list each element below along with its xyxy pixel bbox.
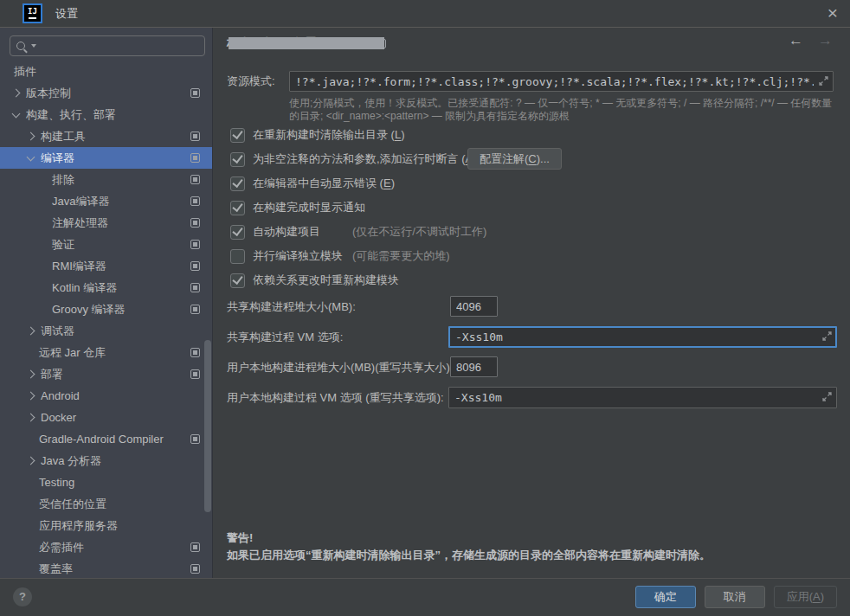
intellij-logo-icon: IJ: [23, 3, 42, 23]
sidebar-item-14[interactable]: 部署: [0, 363, 212, 385]
sidebar-item-9[interactable]: RMI编译器: [0, 255, 212, 277]
sidebar-item-22[interactable]: 必需插件: [0, 536, 212, 558]
search-options-caret-icon[interactable]: [31, 44, 36, 48]
checkbox-label: 为非空注释的方法和参数,添加运行时断言 (A): [253, 151, 477, 167]
chevron-right-icon[interactable]: [27, 457, 35, 465]
configure-annotations-button[interactable]: 配置注解(C)...: [467, 148, 562, 170]
warning-title: 警告!: [227, 529, 711, 547]
compiler-settings-panel: 构建、执行、部署 › 编译器 ← → 资源模式: 使用;分隔模式，使用！求反模式…: [213, 28, 850, 578]
checkbox-label: 在重新构建时清除输出目录 (L): [253, 127, 405, 143]
resource-patterns-input[interactable]: [289, 71, 834, 92]
sidebar-item-4[interactable]: 编译器: [0, 147, 212, 169]
close-icon[interactable]: ×: [827, 0, 838, 25]
sidebar-item-23[interactable]: 覆盖率: [0, 558, 212, 578]
sidebar-item-label: 构建工具: [41, 129, 86, 144]
sidebar-item-label: 验证: [52, 237, 74, 253]
sidebar-item-0[interactable]: 插件: [0, 61, 212, 82]
sidebar-item-12[interactable]: 调试器: [0, 320, 212, 342]
chevron-right-icon[interactable]: [27, 414, 35, 422]
settings-page-icon: [190, 196, 200, 206]
chevron-down-icon[interactable]: [12, 109, 21, 118]
resource-patterns-field: [289, 71, 834, 92]
field-row-1: 共享构建过程 VM 选项:: [227, 326, 836, 348]
compiler-options-checkboxes: 在重新构建时清除输出目录 (L)为非空注释的方法和参数,添加运行时断言 (A)配…: [230, 125, 836, 294]
help-icon[interactable]: ?: [13, 587, 32, 606]
sidebar-item-6[interactable]: Java编译器: [0, 190, 212, 212]
sidebar-item-label: Java编译器: [52, 194, 109, 209]
chevron-right-icon[interactable]: [27, 132, 35, 141]
sidebar-item-7[interactable]: 注解处理器: [0, 212, 212, 234]
resource-patterns-label: 资源模式:: [227, 71, 275, 92]
titlebar: IJ 设置 ×: [0, 0, 850, 28]
checkbox-row-3: 在构建完成时显示通知: [230, 197, 836, 218]
dialog-footer: ? 确定 取消 应用(A): [0, 578, 850, 616]
field-input-wrap: [450, 356, 498, 377]
expand-field-icon[interactable]: [821, 330, 833, 342]
checkbox-label: 在编辑器中自动显示错误 (E): [253, 176, 395, 191]
chevron-right-icon[interactable]: [27, 327, 35, 336]
search-input[interactable]: [10, 35, 205, 56]
user-local-vm-options-input[interactable]: [448, 387, 837, 408]
expand-field-icon[interactable]: [818, 75, 829, 87]
sidebar-item-3[interactable]: 构建工具: [0, 125, 212, 147]
shared-build-vm-options-input[interactable]: [448, 326, 837, 348]
sidebar-item-label: 受信任的位置: [39, 497, 106, 512]
checkbox-label: 自动构建项目: [253, 224, 320, 240]
back-arrow-icon[interactable]: ←: [789, 32, 803, 49]
user-local-heap-size-input[interactable]: [450, 356, 498, 377]
sidebar-item-17[interactable]: Gradle-Android Compiler: [0, 428, 212, 450]
checkbox[interactable]: [230, 152, 245, 167]
settings-page-icon: [190, 240, 200, 249]
sidebar-item-20[interactable]: 受信任的位置: [0, 493, 212, 515]
sidebar-item-label: Android: [41, 389, 80, 402]
sidebar-item-21[interactable]: 应用程序服务器: [0, 515, 212, 536]
chevron-down-icon[interactable]: [27, 152, 35, 161]
field-input-wrap: [450, 296, 498, 317]
warning-block: 警告! 如果已启用选项“重新构建时清除输出目录”，存储生成源的目录的全部内容将在…: [227, 529, 711, 564]
apply-button[interactable]: 应用(A): [774, 586, 837, 608]
field-label: 共享构建进程堆大小(MB):: [227, 300, 356, 313]
forward-arrow-icon[interactable]: →: [818, 32, 833, 49]
sidebar-item-label: 编译器: [41, 151, 74, 166]
ok-button[interactable]: 确定: [635, 586, 696, 608]
sidebar-item-16[interactable]: Docker: [0, 407, 212, 428]
field-input-wrap: [448, 387, 837, 408]
chevron-right-icon[interactable]: [27, 370, 35, 379]
checkbox[interactable]: [230, 249, 245, 264]
checkbox-label: 并行编译独立模块: [253, 248, 343, 264]
sidebar-item-10[interactable]: Kotlin 编译器: [0, 277, 212, 298]
settings-page-icon: [190, 305, 200, 314]
field-label: 用户本地构建过程 VM 选项 (重写共享选项):: [227, 391, 444, 404]
sidebar-item-15[interactable]: Android: [0, 385, 212, 407]
sidebar-item-label: 必需插件: [39, 540, 84, 555]
chevron-right-icon[interactable]: [12, 89, 21, 98]
search-icon: [16, 42, 25, 50]
window-title: 设置: [55, 0, 78, 27]
sidebar-item-2[interactable]: 构建、执行、部署: [0, 104, 212, 125]
field-row-3: 用户本地构建过程 VM 选项 (重写共享选项):: [227, 387, 836, 408]
expand-field-icon[interactable]: [821, 391, 833, 402]
sidebar-item-label: Testing: [39, 476, 74, 489]
checkbox[interactable]: [230, 176, 245, 191]
chevron-right-icon[interactable]: [27, 392, 35, 401]
sidebar-item-1[interactable]: 版本控制: [0, 82, 212, 104]
sidebar-item-19[interactable]: Testing: [0, 472, 212, 493]
sidebar-item-11[interactable]: Groovy 编译器: [0, 298, 212, 320]
checkbox[interactable]: [230, 128, 245, 143]
logo-text: IJ: [28, 8, 37, 16]
sidebar-item-label: 调试器: [41, 324, 74, 339]
sidebar-item-18[interactable]: Java 分析器: [0, 450, 212, 472]
checkbox-label: 依赖关系更改时重新构建模块: [253, 273, 399, 288]
sidebar-item-5[interactable]: 排除: [0, 169, 212, 190]
checkbox[interactable]: [230, 201, 245, 215]
checkbox-row-0: 在重新构建时清除输出目录 (L): [230, 125, 836, 145]
checkbox[interactable]: [230, 225, 245, 240]
shared-build-heap-size-input[interactable]: [450, 296, 498, 317]
sidebar-item-label: 插件: [14, 64, 36, 80]
cancel-button[interactable]: 取消: [705, 586, 765, 608]
checkbox[interactable]: [230, 273, 245, 288]
sidebar-scrollbar[interactable]: [204, 340, 211, 512]
sidebar-item-8[interactable]: 验证: [0, 234, 212, 255]
settings-sidebar: 插件版本控制构建、执行、部署构建工具编译器排除Java编译器注解处理器验证RMI…: [0, 28, 213, 578]
sidebar-item-13[interactable]: 远程 Jar 仓库: [0, 342, 212, 363]
